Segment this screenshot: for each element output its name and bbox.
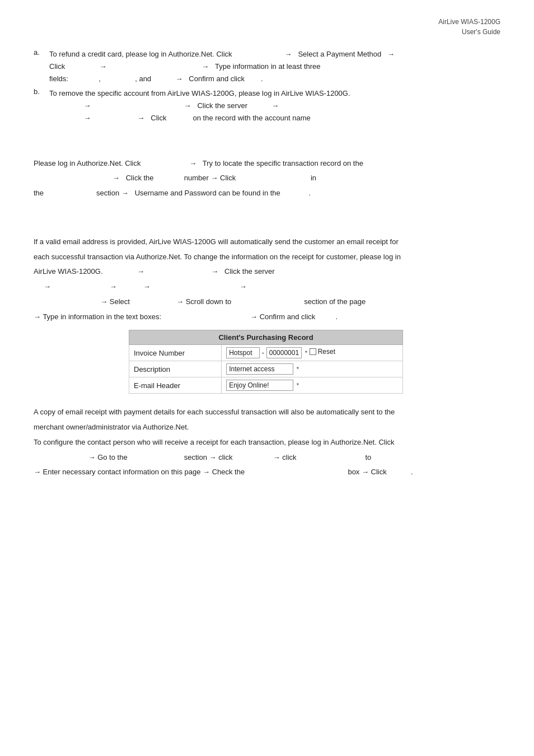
para3-line5: → Select → Scroll down to section of the… xyxy=(34,296,500,309)
section-b-label: b. xyxy=(34,87,49,124)
brand-line2: User's Guide xyxy=(34,27,500,37)
section-b-arrow1: → xyxy=(83,101,91,110)
email-header-input[interactable]: Enjoy Online! xyxy=(226,380,293,391)
table-row-invoice: Invoice Number Hotspot - 00000001 * Rese… xyxy=(129,345,403,361)
paragraph4: A copy of email receipt with payment det… xyxy=(34,406,500,479)
para4-line4: → Go to the section → click → click to xyxy=(34,451,500,464)
para3-line3: AirLive WIAS-1200G. → → Click the server xyxy=(34,265,500,278)
email-header-asterisk: * xyxy=(297,382,299,389)
on-record: on the record with the account name xyxy=(193,114,310,122)
brand-header: AirLive WIAS-1200G User's Guide xyxy=(34,17,500,37)
description-value-cell: Internet access * xyxy=(222,361,403,377)
click-server-b: Click the server xyxy=(197,101,247,110)
and-label: , and xyxy=(135,74,151,83)
paragraph2: Please log in Authorize.Net. Click → Try… xyxy=(34,157,500,200)
arrow2: → xyxy=(387,50,395,58)
email-header-value-cell: Enjoy Online! * xyxy=(222,377,403,394)
brand-line1: AirLive WIAS-1200G xyxy=(34,17,500,27)
section-a-content: To refund a credit card, please log in A… xyxy=(49,48,500,85)
para4-line3: To configure the contact person who will… xyxy=(34,436,500,449)
invoice-number-input[interactable]: 00000001 xyxy=(266,347,302,358)
section-a-line1: To refund a credit card, please log in A… xyxy=(49,50,232,58)
description-asterisk: * xyxy=(297,366,299,372)
invoice-hotspot-input[interactable]: Hotspot xyxy=(226,347,260,358)
arrow1: → xyxy=(285,50,292,58)
email-header-label: E-mail Header xyxy=(129,377,222,394)
click-b: Click xyxy=(151,114,166,122)
confirm-click-a: Confirm and click xyxy=(189,74,245,83)
type-info: Type information in at least three xyxy=(215,62,321,71)
section-b-content: To remove the specific account from AirL… xyxy=(49,87,500,124)
description-input[interactable]: Internet access xyxy=(226,363,293,375)
reset-checkbox[interactable] xyxy=(310,348,316,355)
fields-label: fields: xyxy=(49,74,68,83)
para4-line2: merchant owner/administrator via Authori… xyxy=(34,421,500,434)
paragraph3: If a valid email address is provided, Ai… xyxy=(34,236,500,324)
table-row-email-header: E-mail Header Enjoy Online! * xyxy=(129,377,403,394)
para2-line2: → Click the number → Click in xyxy=(34,172,500,185)
para3-line2: each successful transaction via Authoriz… xyxy=(34,251,500,264)
para2-line1: Please log in Authorize.Net. Click → Try… xyxy=(34,157,500,170)
section-b-arrow5: → xyxy=(137,114,144,122)
section-b-arrow4: → xyxy=(83,114,91,122)
description-label: Description xyxy=(129,361,222,377)
purchasing-record-table-wrap: Client's Purchasing Record Invoice Numbe… xyxy=(129,330,403,394)
select-payment: Select a Payment Method xyxy=(298,50,381,58)
section-b-line1: To remove the specific account from AirL… xyxy=(49,89,350,97)
click-label: Click xyxy=(49,62,65,71)
para4-line1: A copy of email receipt with payment det… xyxy=(34,406,500,419)
invoice-value-cell: Hotspot - 00000001 * Reset xyxy=(222,345,403,361)
period-a: . xyxy=(261,74,263,83)
section-b-arrow3: → xyxy=(271,101,279,110)
para3-line6: → Type in information in the text boxes:… xyxy=(34,311,500,324)
purchasing-record-table: Client's Purchasing Record Invoice Numbe… xyxy=(129,330,403,394)
arrow4: → xyxy=(202,62,209,71)
section-a-label: a. xyxy=(34,48,49,85)
para3-line1: If a valid email address is provided, Ai… xyxy=(34,236,500,249)
invoice-separator: - xyxy=(262,348,264,357)
invoice-asterisk: * xyxy=(305,349,307,356)
invoice-label: Invoice Number xyxy=(129,345,222,361)
arrow3: → xyxy=(100,62,107,71)
comma: , xyxy=(99,74,101,83)
section-a: a. To refund a credit card, please log i… xyxy=(34,48,500,85)
section-b-arrow2: → xyxy=(184,101,191,110)
arrow5: → xyxy=(175,74,182,83)
section-b: b. To remove the specific account from A… xyxy=(34,87,500,124)
reset-label: Reset xyxy=(318,348,335,356)
table-row-description: Description Internet access * xyxy=(129,361,403,377)
reset-area: Reset xyxy=(310,348,335,356)
para4-line5: → Enter necessary contact information on… xyxy=(34,466,500,479)
para2-line3: the section → Username and Password can … xyxy=(34,187,500,200)
table-title: Client's Purchasing Record xyxy=(129,330,403,345)
para3-line4: → → → → xyxy=(34,281,500,293)
